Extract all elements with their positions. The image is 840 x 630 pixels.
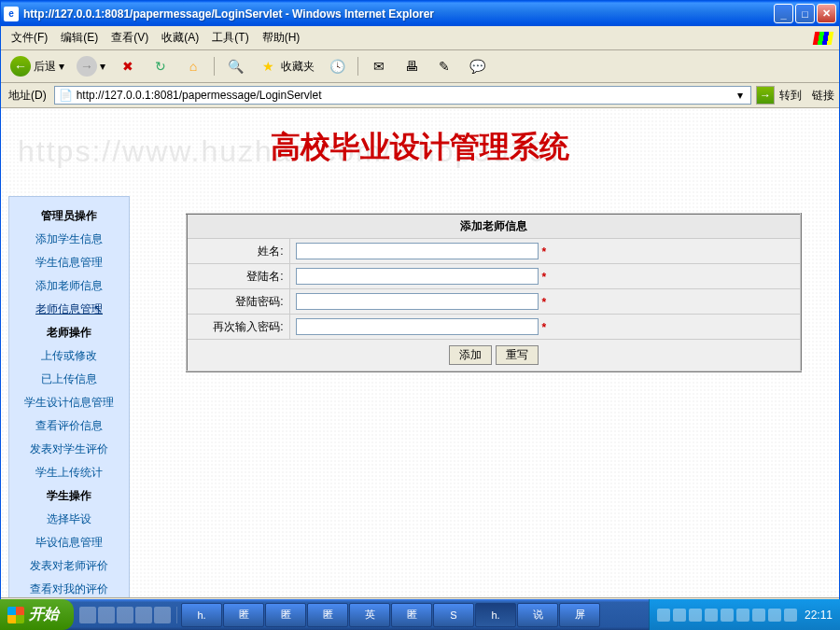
address-dropdown-icon[interactable]: ▾ (733, 89, 747, 102)
sidebar-item-publish-student-review[interactable]: 发表对学生评价 (9, 438, 129, 461)
task-item[interactable]: 英 (349, 603, 390, 627)
history-icon: 🕓 (327, 56, 347, 77)
label-password-confirm: 再次输入密码: (187, 315, 289, 340)
tray-icon[interactable] (689, 609, 702, 622)
sidebar-group-teacher: 老师操作 (9, 321, 129, 344)
address-input-wrapper[interactable]: 📄 http://127.0.0.1:8081/papermessage/Log… (54, 86, 751, 105)
content-area: https://www.huzhan.com/ishop39397 高校毕业设计… (1, 108, 839, 597)
sidebar-item-design-info[interactable]: 毕设信息管理 (9, 531, 129, 554)
sidebar-item-teacher-mgmt[interactable]: 老师信息管理 ↖ (9, 298, 129, 321)
tray-icon[interactable] (784, 609, 797, 622)
menu-help[interactable]: 帮助(H) (257, 28, 306, 48)
sidebar-item-upload-stats[interactable]: 学生上传统计 (9, 461, 129, 484)
sidebar-item-student-mgmt[interactable]: 学生信息管理 (9, 251, 129, 274)
mail-icon: ✉ (369, 56, 389, 77)
systray: 22:11 (649, 599, 840, 630)
discuss-button[interactable]: 💬 (462, 53, 492, 79)
home-button[interactable]: ⌂ (178, 53, 208, 79)
back-button[interactable]: ← 后退 ▾ (6, 53, 69, 79)
ql-icon-1[interactable] (79, 607, 96, 623)
sidebar-item-design-mgmt[interactable]: 学生设计信息管理 (9, 391, 129, 414)
sidebar-item-add-teacher[interactable]: 添加老师信息 (9, 274, 129, 298)
maximize-button[interactable]: □ (795, 4, 815, 23)
dropdown-icon: ▾ (100, 60, 105, 73)
task-item[interactable]: 屏 (559, 603, 600, 627)
ql-icon-5[interactable] (154, 607, 171, 623)
msn-icon[interactable] (812, 30, 834, 47)
toolbar: ← 后退 ▾ → ▾ ✖ ↻ ⌂ 🔍 ★ 收藏夹 🕓 ✉ 🖶 ✎ 💬 (1, 50, 839, 83)
menu-file[interactable]: 文件(F) (6, 28, 53, 48)
tray-icon[interactable] (736, 609, 749, 622)
input-password[interactable] (296, 293, 539, 310)
print-icon: 🖶 (401, 56, 422, 77)
mail-button[interactable]: ✉ (364, 53, 394, 79)
label-name: 姓名: (187, 239, 289, 264)
refresh-button[interactable]: ↻ (146, 53, 175, 79)
reset-button[interactable]: 重写 (496, 345, 539, 365)
menu-favorites[interactable]: 收藏(A) (156, 28, 204, 48)
tray-icon[interactable] (768, 609, 781, 622)
dropdown-icon: ▾ (59, 60, 64, 73)
refresh-icon: ↻ (150, 56, 171, 77)
ql-icon-4[interactable] (135, 607, 152, 623)
menu-view[interactable]: 查看(V) (105, 28, 154, 48)
page-icon: 📄 (59, 89, 73, 102)
search-button[interactable]: 🔍 (220, 53, 250, 79)
input-password-confirm[interactable] (296, 318, 539, 335)
history-button[interactable]: 🕓 (322, 53, 352, 79)
sidebar-item-uploaded[interactable]: 已上传信息 (9, 368, 129, 391)
task-item[interactable]: 匿 (223, 603, 264, 627)
sidebar-item-choose-design[interactable]: 选择毕设 (9, 508, 129, 531)
menu-edit[interactable]: 编辑(E) (55, 28, 104, 48)
page-title: 高校毕业设计管理系统 (1, 108, 839, 196)
task-item[interactable]: 匿 (307, 603, 348, 627)
forward-arrow-icon: → (77, 56, 97, 77)
task-item[interactable]: 说 (517, 603, 558, 627)
home-icon: ⌂ (183, 56, 203, 77)
back-label: 后退 (34, 59, 56, 75)
ql-icon-3[interactable] (117, 607, 133, 623)
start-label: 开始 (29, 605, 59, 624)
edit-button[interactable]: ✎ (429, 53, 459, 79)
sidebar-item-view-my-review[interactable]: 查看对我的评价 (9, 578, 129, 597)
sidebar-item-add-student[interactable]: 添加学生信息 (9, 228, 129, 251)
minimize-button[interactable]: _ (774, 4, 793, 23)
tray-icon[interactable] (721, 609, 734, 622)
address-label: 地址(D) (6, 88, 49, 104)
menu-tools[interactable]: 工具(T) (206, 28, 254, 48)
print-button[interactable]: 🖶 (397, 53, 427, 79)
tray-icon[interactable] (752, 609, 765, 622)
task-item[interactable]: S (433, 603, 474, 627)
window-title: http://127.0.0.1:8081/papermessage/Login… (23, 7, 774, 21)
task-item[interactable]: 匿 (391, 603, 432, 627)
sidebar-item-view-review[interactable]: 查看评价信息 (9, 414, 129, 438)
menubar: 文件(F) 编辑(E) 查看(V) 收藏(A) 工具(T) 帮助(H) (1, 26, 839, 50)
taskbar: 开始 h. 匿 匿 匿 英 匿 S h. 说 屏 22:11 (0, 599, 840, 630)
tray-icon[interactable] (657, 609, 670, 622)
sidebar: 管理员操作 添加学生信息 学生信息管理 添加老师信息 老师信息管理 ↖ 老师操作… (8, 196, 130, 597)
toolbar-separator (214, 57, 215, 76)
task-item[interactable]: h. (181, 603, 222, 627)
stop-button[interactable]: ✖ (113, 53, 143, 79)
stop-icon: ✖ (118, 56, 138, 77)
task-item[interactable]: 匿 (265, 603, 306, 627)
addressbar: 地址(D) 📄 http://127.0.0.1:8081/papermessa… (1, 83, 839, 108)
close-button[interactable]: ✕ (817, 4, 836, 23)
submit-button[interactable]: 添加 (449, 345, 492, 365)
sidebar-item-publish-teacher-review[interactable]: 发表对老师评价 (9, 554, 129, 578)
tray-icon[interactable] (673, 609, 686, 622)
input-login[interactable] (296, 268, 539, 285)
input-name[interactable] (296, 243, 539, 259)
clock[interactable]: 22:11 (805, 609, 833, 622)
go-button[interactable]: → (756, 86, 775, 105)
favorites-button[interactable]: ★ 收藏夹 (253, 53, 319, 79)
links-label[interactable]: 链接 (812, 88, 834, 104)
ql-icon-2[interactable] (98, 607, 115, 623)
tray-icon[interactable] (705, 609, 718, 622)
forward-button[interactable]: → ▾ (72, 53, 110, 79)
start-button[interactable]: 开始 (0, 599, 74, 630)
main-content: 添加老师信息 姓名: * 登陆名: * 登陆密码: * 再次输入密码: (130, 196, 839, 597)
address-url[interactable]: http://127.0.0.1:8081/papermessage/Login… (77, 89, 729, 102)
task-item[interactable]: h. (475, 603, 516, 627)
sidebar-item-upload[interactable]: 上传或修改 (9, 344, 129, 368)
